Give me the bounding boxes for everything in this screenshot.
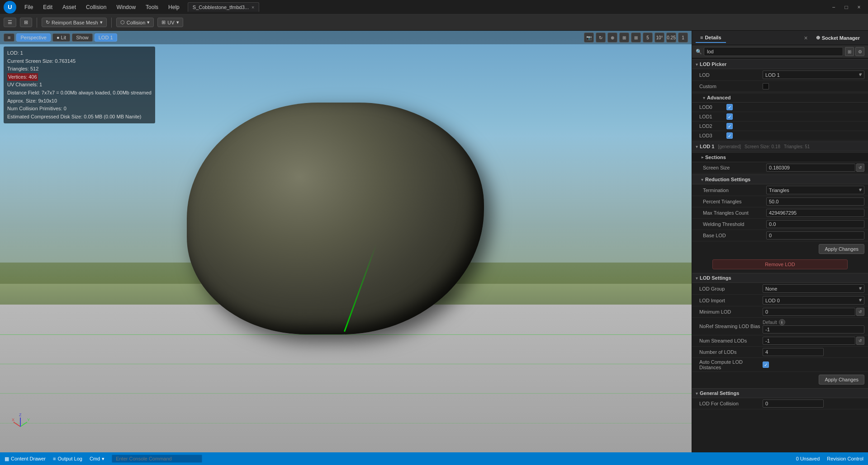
minimum-lod-input[interactable] — [763, 308, 855, 316]
viewport-menu-button[interactable]: ≡ — [4, 33, 14, 42]
max-triangles-row: Max Triangles Count — [692, 207, 868, 219]
grid-icon-btn2[interactable]: ⊞ — [631, 33, 641, 42]
viewport[interactable]: ≡ Perspective ● Lit Show LOD 1 📷 ↻ ⊕ ⊞ ⊞… — [0, 31, 692, 452]
number-of-lods-label: Number of LODs — [699, 349, 763, 355]
apply-changes-button[interactable]: Apply Changes — [819, 244, 864, 254]
uv-button[interactable]: ⊞ UV ▾ — [157, 18, 183, 27]
sections-subsection-header[interactable]: ▾ Sections — [692, 152, 868, 162]
transform-icon-btn[interactable]: ⊕ — [607, 33, 617, 42]
number-of-lods-input[interactable] — [763, 348, 824, 356]
lod-settings-section-header[interactable]: ▾ LOD Settings — [692, 273, 868, 283]
asset-tab[interactable]: S_Cobblestone_tfmbd3... × — [188, 2, 260, 12]
lod-for-collision-value — [763, 399, 864, 408]
lod-dropdown-wrap[interactable]: LOD 1 ▾ — [763, 70, 864, 79]
lod3-checkbox[interactable] — [726, 132, 733, 139]
panel-content[interactable]: ▾ LOD Picker LOD LOD 1 ▾ Custom — [692, 58, 868, 452]
minimize-button[interactable]: − — [828, 2, 839, 13]
remove-lod-button[interactable]: Remove LOD — [712, 259, 847, 269]
menu-help[interactable]: Help — [164, 2, 184, 12]
toolbar: ☰ ⊞ ↻ Reimport Base Mesh ▾ ⬡ Collision ▾… — [0, 14, 868, 31]
base-lod-input[interactable] — [766, 231, 864, 240]
menu-tools[interactable]: Tools — [141, 2, 163, 12]
minimum-lod-reset-btn[interactable]: ↺ — [856, 308, 864, 316]
noref-streaming-row: NoRef Streaming LOD Bias Default ℹ — [692, 318, 868, 335]
lod-num-btn[interactable]: 1 — [678, 33, 688, 42]
output-log-button[interactable]: ≡ Output Log — [53, 456, 82, 461]
termination-dropdown[interactable]: Triangles ▾ — [766, 186, 864, 194]
camera-icon-btn[interactable]: 📷 — [584, 33, 594, 42]
lod-picker-section-header[interactable]: ▾ LOD Picker — [692, 59, 868, 69]
angle-btn[interactable]: 10° — [655, 33, 664, 42]
unsaved-indicator[interactable]: 0 Unsaved — [796, 456, 820, 461]
lod-dropdown[interactable]: LOD 1 ▾ — [763, 70, 864, 79]
stat-compressed-size: Estimated Compressed Disk Size: 0.05 MB … — [7, 113, 152, 121]
grid-icon-btn[interactable]: ⊞ — [619, 33, 629, 42]
tab-close-button[interactable]: × — [251, 5, 254, 10]
advanced-section-header[interactable]: ▾ Advanced — [692, 93, 868, 103]
reimport-base-mesh-button[interactable]: ↻ Reimport Base Mesh ▾ — [42, 18, 107, 27]
menu-file[interactable]: File — [20, 2, 38, 12]
lod1-section-header[interactable]: ▾ LOD 1 [generated] Screen Size: 0.18 Tr… — [692, 141, 868, 151]
close-button[interactable]: × — [854, 2, 864, 13]
lod-button[interactable]: LOD 1 — [95, 33, 117, 42]
lod-import-dropdown[interactable]: LOD 0 ▾ — [763, 296, 864, 305]
lod-settings-btn-row: Apply Changes — [692, 372, 868, 387]
rotate-icon-btn[interactable]: ↻ — [596, 33, 606, 42]
noref-streaming-input[interactable] — [763, 325, 864, 333]
lod-group-dropdown[interactable]: None ▾ — [763, 284, 864, 293]
settings-button[interactable]: ⚙ — [855, 47, 864, 56]
lod-group-value[interactable]: None ▾ — [763, 284, 864, 293]
scale-btn[interactable]: 0.25 — [666, 33, 676, 42]
layout-button[interactable]: ⊞ — [20, 18, 32, 27]
details-close-button[interactable]: × — [804, 34, 807, 42]
lod3-checkbox-area — [726, 132, 733, 139]
content-drawer-button[interactable]: ▦ Content Drawer — [5, 456, 46, 462]
lod-for-collision-input[interactable] — [763, 399, 824, 408]
menu-edit[interactable]: Edit — [38, 2, 57, 12]
lod2-checkbox[interactable] — [726, 123, 733, 129]
cmd-button[interactable]: Cmd ▾ — [90, 456, 104, 462]
menu-asset[interactable]: Asset — [58, 2, 81, 12]
lod-import-dropdown-wrap[interactable]: LOD 0 ▾ — [763, 296, 864, 305]
stat-screen-size: Current Screen Size: 0.763145 — [7, 57, 152, 66]
lod-picker-lod-label: LOD — [699, 72, 763, 78]
auto-compute-checkbox[interactable] — [763, 362, 769, 368]
table-view-button[interactable]: ⊞ — [845, 47, 854, 56]
lit-button[interactable]: ● Lit — [52, 33, 70, 42]
show-button[interactable]: Show — [72, 33, 93, 42]
search-input[interactable] — [704, 47, 843, 56]
welding-threshold-input[interactable] — [766, 220, 864, 228]
perspective-button[interactable]: Perspective — [16, 33, 50, 42]
screen-size-input[interactable] — [766, 164, 855, 172]
custom-color-swatch[interactable] — [763, 83, 769, 89]
collision-button[interactable]: ⬡ Collision ▾ — [116, 18, 154, 27]
num-streamed-input[interactable] — [763, 337, 855, 345]
viewport-right-icons: 📷 ↻ ⊕ ⊞ ⊞ 5 10° 0.25 1 — [584, 33, 688, 42]
lod-import-value[interactable]: LOD 0 ▾ — [763, 296, 864, 305]
lod1-screen-size-extra: Screen Size: 0.18 — [745, 144, 780, 149]
revision-control-button[interactable]: Revision Control — [827, 456, 863, 461]
num-streamed-reset-btn[interactable]: ↺ — [856, 337, 864, 345]
hamburger-menu-button[interactable]: ☰ — [4, 18, 16, 27]
termination-dropdown-wrap[interactable]: Triangles ▾ — [766, 186, 864, 194]
count-btn[interactable]: 5 — [643, 33, 653, 42]
console-input[interactable] — [112, 455, 202, 463]
menu-window[interactable]: Window — [112, 2, 140, 12]
reduction-settings-header[interactable]: ▾ Reduction Settings — [692, 174, 868, 184]
max-triangles-input[interactable] — [766, 209, 864, 217]
lod-picker-lod-value[interactable]: LOD 1 ▾ — [763, 70, 864, 79]
menu-collision[interactable]: Collision — [81, 2, 111, 12]
lod-settings-apply-button[interactable]: Apply Changes — [819, 375, 864, 385]
termination-value[interactable]: Triangles ▾ — [766, 186, 864, 194]
socket-manager-tab[interactable]: ⊕ Socket Manager — [811, 33, 864, 42]
general-settings-section-header[interactable]: ▾ General Settings — [692, 388, 868, 398]
lod1-checkbox[interactable] — [726, 113, 733, 120]
default-icon-btn[interactable]: ℹ — [779, 319, 785, 325]
lod0-checkbox[interactable] — [726, 104, 733, 110]
details-tab[interactable]: ≡ Details — [696, 33, 726, 43]
maximize-button[interactable]: □ — [841, 2, 852, 13]
lod-group-dropdown-wrap[interactable]: None ▾ — [763, 284, 864, 293]
percent-triangles-input[interactable] — [766, 197, 864, 206]
screen-size-reset-btn[interactable]: ↺ — [856, 164, 864, 172]
max-triangles-label: Max Triangles Count — [703, 210, 766, 216]
